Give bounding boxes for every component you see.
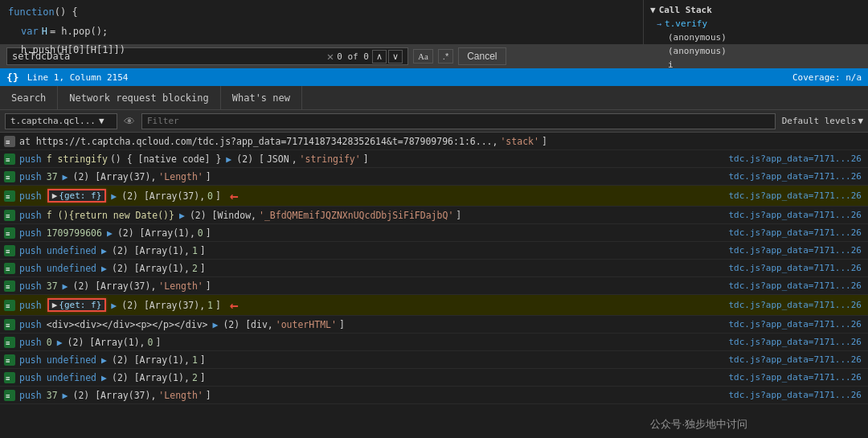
log-content-5: push 1709799606 ▶ (2) [Array(1), 0 ] [19,227,728,239]
call-stack-label: t.verify [665,18,707,29]
console-icon: ≡ [4,227,15,239]
chevron-down-icon: ▼ [99,116,104,126]
call-stack-label: (anonymous) [657,32,727,43]
get-f-box-3[interactable]: ▶ {get: f} [47,189,107,203]
console-icon: ≡ [4,319,15,330]
default-levels-label: Default levels [782,116,857,126]
tab-search[interactable]: Search [0,86,58,109]
call-stack-label: (anonymous) [657,46,727,56]
log-icon-url: ≡ [0,136,19,147]
tab-network-request-blocking[interactable]: Network request blocking [58,86,220,109]
log-source-12[interactable]: tdc.js?app_data=7171...26 [728,354,868,365]
log-row-5[interactable]: ≡ push 1709799606 ▶ (2) [Array(1), 0 ] t… [0,224,868,242]
coverage-info: Coverage: n/a [792,72,862,83]
log-source-10[interactable]: tdc.js?app_data=7171...26 [728,319,868,330]
log-row-10[interactable]: ≡ push <div><div></div><p></p></div> ▶ (… [0,316,868,334]
expand-icon: ▶ [52,190,58,201]
log-content-6: push undefined ▶ (2) [Array(1), 1 ] [19,245,728,256]
log-icon-1: ≡ [0,154,19,165]
log-source-4[interactable]: tdc.js?app_data=7171...26 [728,210,868,220]
code-line-2: function () { [8,3,643,22]
top-code-area: } function () { var H = h.pop(); h.push(… [0,0,868,44]
log-icon-13: ≡ [0,372,19,383]
svg-text:≡: ≡ [6,392,10,400]
log-row-6[interactable]: ≡ push undefined ▶ (2) [Array(1), 1 ] td… [0,242,868,260]
svg-text:≡: ≡ [6,339,10,347]
log-row-2[interactable]: ≡ push 37 ▶ (2) [Array(37), 'Length' ] t… [0,168,868,186]
call-stack-header: ▼ Call Stack [644,3,868,17]
log-row-13[interactable]: ≡ push undefined ▶ (2) [Array(1), 2 ] td… [0,369,868,387]
tab-whats-new[interactable]: What's new [221,86,302,109]
console-icon: ≡ [4,300,15,311]
default-levels-dropdown[interactable]: Default levels ▼ [782,116,863,126]
log-source-3[interactable]: tdc.js?app_data=7171...26 [728,190,868,201]
log-source-11[interactable]: tdc.js?app_data=7171...26 [728,337,868,347]
console-icon: ≡ [4,263,15,274]
log-source-5[interactable]: tdc.js?app_data=7171...26 [728,227,868,238]
svg-text:≡: ≡ [6,138,10,146]
log-content-url: at https://t.captcha.qcloud.com/tdc.js?a… [19,136,868,147]
log-source-6[interactable]: tdc.js?app_data=7171...26 [728,245,868,256]
console-icon: ≡ [4,245,15,256]
eye-icon[interactable]: 👁 [124,115,135,128]
console-icon: ≡ [4,372,15,383]
console-icon: ≡ [4,136,15,147]
log-source-1[interactable]: tdc.js?app_data=7171...26 [728,154,868,164]
log-row-9[interactable]: ≡ push ▶ {get: f} ▶ (2) [Array(37), 1 ] … [0,295,868,316]
call-stack-title: Call Stack [659,5,712,15]
log-row-14[interactable]: ≡ push 37 ▶ (2) [Array(37), 'Length' ] t… [0,387,868,404]
red-arrow-left-3: ← [230,187,239,204]
console-icon: ≡ [4,171,15,182]
log-row-8[interactable]: ≡ push 37 ▶ (2) [Array(37), 'Length' ] t… [0,277,868,295]
svg-text:≡: ≡ [6,248,10,256]
log-source-8[interactable]: tdc.js?app_data=7171...26 [728,280,868,291]
console-icon: ≡ [4,280,15,292]
log-row-4[interactable]: ≡ push f (){return new Date()} ▶ (2) [Wi… [0,207,868,224]
log-source-2[interactable]: tdc.js?app_data=7171...26 [728,171,868,182]
code-editor-snippet: } function () { var H = h.pop(); h.push(… [0,0,643,44]
brace-icon: {} [6,72,19,84]
log-content-10: push <div><div></div><p></p></div> ▶ (2)… [19,319,728,330]
svg-text:≡: ≡ [6,212,10,220]
log-row-11[interactable]: ≡ push 0 ▶ (2) [Array(1), 0 ] tdc.js?app… [0,334,868,351]
log-content-4: push f (){return new Date()} ▶ (2) [Wind… [19,210,728,221]
tab-search-label: Search [11,92,46,104]
console-icon: ≡ [4,337,15,348]
log-icon-14: ≡ [0,390,19,401]
log-row-url[interactable]: ≡ at https://t.captcha.qcloud.com/tdc.js… [0,133,868,150]
log-row-1[interactable]: ≡ push f stringify () { [native code] } … [0,150,868,168]
log-source-13[interactable]: tdc.js?app_data=7171...26 [728,372,868,383]
log-row-12[interactable]: ≡ push undefined ▶ (2) [Array(1), 1 ] td… [0,351,868,369]
source-selector[interactable]: t.captcha.qcl... ▼ [5,113,117,129]
log-icon-3: ≡ [0,190,19,202]
code-line-4: h.push(H[0][H[1]]) [8,41,643,59]
call-stack-item-anon2[interactable]: (anonymous) [644,44,868,58]
svg-text:≡: ≡ [6,193,10,201]
log-icon-5: ≡ [0,227,19,239]
log-icon-10: ≡ [0,319,19,330]
call-stack-item-tverify[interactable]: → t.verify [644,17,868,31]
log-row-7[interactable]: ≡ push undefined ▶ (2) [Array(1), 2 ] td… [0,260,868,277]
log-row-3[interactable]: ≡ push ▶ {get: f} ▶ (2) [Array(37), 0 ] … [0,186,868,207]
source-selector-label: t.captcha.qcl... [10,116,96,126]
log-source-9[interactable]: tdc.js?app_data=7171...26 [728,300,868,310]
call-stack-item-anon1[interactable]: (anonymous) [644,31,868,44]
active-arrow-icon: → [657,19,661,28]
log-icon-7: ≡ [0,263,19,274]
console-icon: ≡ [4,210,15,221]
log-source-7[interactable]: tdc.js?app_data=7171...26 [728,263,868,273]
filter-input[interactable] [141,113,776,129]
log-icon-4: ≡ [0,210,19,221]
get-f-box-9[interactable]: ▶ {get: f} [47,298,107,312]
log-icon-9: ≡ [0,300,19,311]
svg-text:≡: ≡ [6,321,10,330]
call-stack-item-i[interactable]: i [644,58,868,72]
log-source-14[interactable]: tdc.js?app_data=7171...26 [728,390,868,400]
filter-bar: t.captcha.qcl... ▼ 👁 Default levels ▼ [0,110,868,133]
chevron-down-icon: ▼ [858,116,863,126]
svg-text:≡: ≡ [6,375,10,383]
log-icon-11: ≡ [0,337,19,348]
log-content-11: push 0 ▶ (2) [Array(1), 0 ] [19,337,728,348]
console-icon: ≡ [4,390,15,401]
console-icon: ≡ [4,190,15,202]
